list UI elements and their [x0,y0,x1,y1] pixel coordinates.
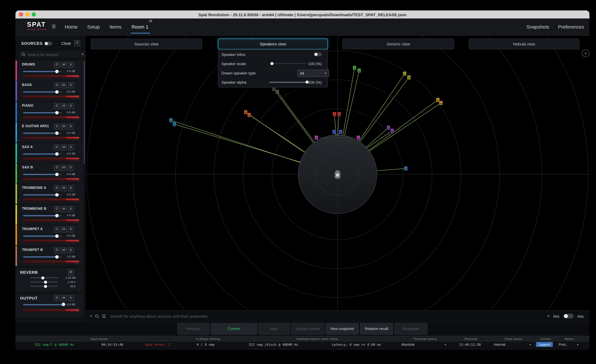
mute-button[interactable]: M [61,83,67,88]
sources-solo-button[interactable]: S [74,40,80,46]
bypass-button[interactable]: ∅ [54,227,60,233]
nav-item-room1[interactable]: Room 1 [132,24,149,30]
speaker-icon[interactable] [337,112,341,116]
dropdown-arrow-icon[interactable]: ▼ [529,343,531,346]
speaker-icon[interactable] [339,130,342,134]
solo-button[interactable]: S [68,186,74,191]
snapshot-next-button[interactable]: Next: [258,323,290,335]
speaker-scale-slider[interactable] [270,63,307,64]
speaker-icon[interactable] [407,75,410,80]
mute-button[interactable]: M [61,186,67,191]
speaker-icon[interactable] [169,118,173,122]
filter-list-icon[interactable] [102,314,106,318]
source-item[interactable]: E GUITAR AR51∅MS0.0 dB [15,122,83,142]
mute-button[interactable]: M [61,124,67,130]
speaker-icon[interactable] [353,66,356,70]
collapse-view-button[interactable]: ∧ [582,49,589,57]
mute-button[interactable]: M [61,247,67,253]
mute-button[interactable]: M [61,144,67,150]
tab-nebula-view[interactable]: Nebula view [469,39,579,50]
output-mute-button[interactable]: M [61,295,67,301]
speaker-icon[interactable] [439,101,443,105]
clear-sources-button[interactable]: Clear [61,41,71,45]
output-gain-slider[interactable] [23,304,66,305]
gain-slider[interactable] [23,215,62,216]
source-item[interactable]: PIANO∅MS0.0 dB [15,102,83,122]
snapshot-update-current-button[interactable]: Update current [291,323,324,335]
snapshot-previous-button[interactable]: Previous: [178,323,210,335]
source-item[interactable]: TRUMPET B∅MS0.0 dB [15,246,83,266]
status-meters[interactable]: Post... [559,343,568,347]
gain-slider[interactable] [23,153,62,154]
sources-search-input[interactable] [27,52,79,57]
bypass-button[interactable]: ∅ [54,206,60,212]
bypass-button[interactable]: ∅ [54,247,60,253]
bypass-button[interactable]: ∅ [54,144,60,150]
sources-search[interactable]: ✕ [19,51,86,58]
dropdown-arrow-icon[interactable]: ▼ [577,343,579,346]
output-solo-button[interactable]: S [68,295,74,301]
snapshot-relative-recall-button[interactable]: Relative recall [360,323,393,335]
speaker-icon[interactable] [276,90,279,94]
speaker-icon[interactable] [387,125,390,130]
drawn-speaker-type-select[interactable]: All ▼ [298,70,329,77]
bypass-button[interactable]: ∅ [54,83,60,88]
tab-sources-view[interactable]: Sources view [91,39,202,50]
speaker-icon[interactable] [357,68,361,73]
speaker-infos-toggle[interactable] [314,52,322,56]
nav-item-home[interactable]: Home [65,24,78,30]
nav-item-items[interactable]: Items [110,24,121,30]
solo-button[interactable]: S [68,124,74,130]
gain-slider[interactable] [23,71,62,72]
rel-abs-toggle[interactable] [564,314,574,318]
source-item[interactable]: TROMBONE A∅MS0.0 dB [15,184,83,204]
mute-button[interactable]: M [61,62,67,68]
source-item[interactable]: BASS∅MS0.0 dB [15,81,83,101]
speaker-alpha-slider[interactable] [269,82,308,83]
source-item[interactable]: TRUMPET A∅MS0.0 dB [15,225,83,245]
mute-button[interactable]: M [61,227,67,233]
clear-search-icon[interactable]: ✕ [81,52,84,56]
zoom-window-button[interactable] [32,12,36,17]
output-bypass-button[interactable]: ∅ [54,295,60,301]
dropdown-arrow-icon[interactable]: ▼ [444,343,447,346]
mute-button[interactable]: M [61,165,67,171]
bypass-button[interactable]: ∅ [54,103,60,109]
solo-button[interactable]: S [68,83,74,88]
speaker-icon[interactable] [332,130,336,134]
nav-item-snapshots[interactable]: Snapshots [527,24,549,30]
status-timecode-source[interactable]: Absolute [401,343,415,347]
speaker-icon[interactable] [272,87,276,91]
mute-button[interactable]: M [61,103,67,109]
source-item[interactable]: DRUMS∅MS0.0 dB [15,61,83,81]
sidebar-scrollbar[interactable] [84,61,85,164]
tab-speakers-view[interactable]: Speakers view [218,39,328,50]
solo-button[interactable]: S [68,247,74,253]
bypass-button[interactable]: ∅ [54,124,60,130]
close-window-button[interactable] [19,12,23,17]
gain-slider[interactable] [23,194,62,196]
gain-slider[interactable] [23,256,62,257]
speaker-icon[interactable] [244,110,247,114]
radar-svg[interactable] [86,36,589,321]
speaker-icon[interactable] [403,72,406,76]
clear-search-icon[interactable]: ✕ [547,314,550,318]
nav-item-preferences[interactable]: Preferences [558,24,584,30]
gain-slider[interactable] [23,112,62,113]
nav-item-setup[interactable]: Setup [87,24,100,30]
source-item[interactable]: SAX A∅MS0.0 dB [15,143,83,163]
bypass-button[interactable]: ∅ [54,165,60,171]
speaker-icon[interactable] [357,135,360,140]
speaker-icon[interactable] [391,129,394,133]
solo-button[interactable]: S [68,144,74,150]
status-contact[interactable]: Support [536,342,553,347]
solo-button[interactable]: S [68,103,74,109]
snapshot-propagate-button[interactable]: Propagate [394,323,427,335]
solo-button[interactable]: S [68,227,74,233]
source-item[interactable]: TROMBONE B∅MS0.0 dB [15,204,83,225]
solo-button[interactable]: S [68,206,74,212]
snapshot-new-snapshot-button[interactable]: New snapshot [326,323,359,335]
solo-button[interactable]: S [68,62,74,68]
hamburger-menu-icon[interactable]: ☰ [52,24,56,29]
gain-slider[interactable] [23,174,62,175]
